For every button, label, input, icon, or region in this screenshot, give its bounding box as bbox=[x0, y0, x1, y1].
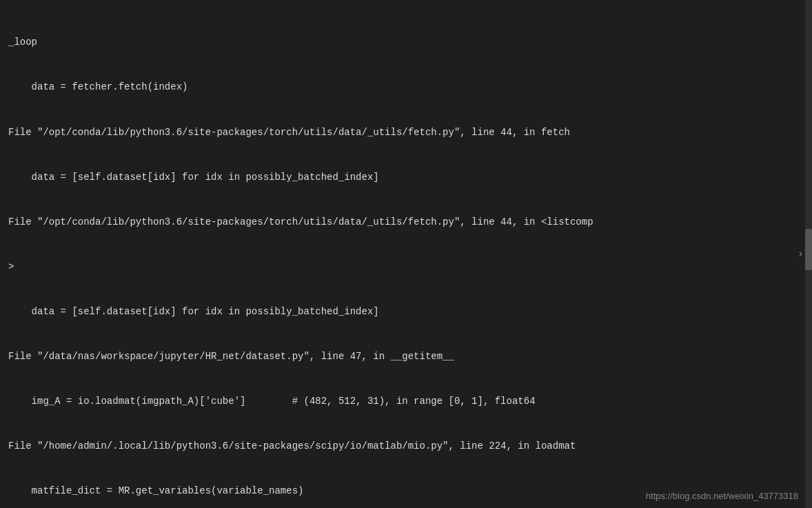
line-10: File "/home/admin/.local/lib/python3.6/s… bbox=[8, 439, 804, 454]
line-7: data = [self.dataset[idx] for idx in pos… bbox=[8, 305, 804, 320]
line-4: data = [self.dataset[idx] for idx in pos… bbox=[8, 170, 804, 185]
line-1: _loop bbox=[8, 35, 804, 50]
terminal-output: _loop data = fetcher.fetch(index) File "… bbox=[0, 0, 812, 508]
scroll-right-arrow[interactable]: › bbox=[797, 248, 804, 261]
watermark: https://blog.csdn.net/weixin_43773318 bbox=[646, 491, 798, 501]
scrollbar-thumb[interactable] bbox=[805, 229, 812, 270]
line-5: File "/opt/conda/lib/python3.6/site-pack… bbox=[8, 215, 804, 230]
line-6: > bbox=[8, 260, 804, 275]
line-9: img_A = io.loadmat(imgpath_A)['cube'] # … bbox=[8, 394, 804, 409]
line-8: File "/data/nas/workspace/jupyter/HR_net… bbox=[8, 349, 804, 365]
line-2: data = fetcher.fetch(index) bbox=[8, 80, 804, 95]
terminal-window: _loop data = fetcher.fetch(index) File "… bbox=[0, 0, 812, 508]
line-3: File "/opt/conda/lib/python3.6/site-pack… bbox=[8, 125, 804, 141]
scrollbar[interactable] bbox=[805, 0, 812, 508]
